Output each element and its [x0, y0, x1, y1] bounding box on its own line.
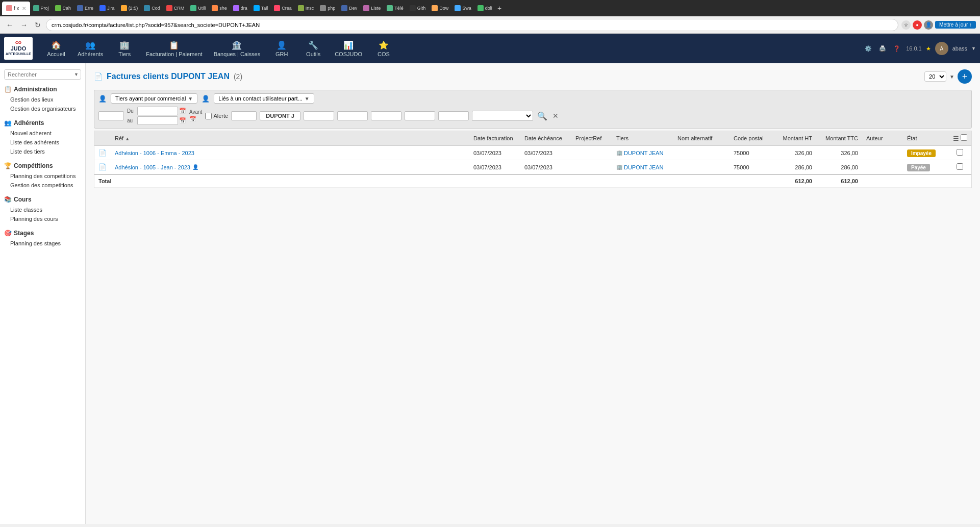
print-icon[interactable]: 🖨️ — [877, 43, 888, 54]
date-du-input[interactable] — [137, 107, 178, 115]
tab-utili[interactable]: Utili — [187, 2, 209, 15]
sidebar-search-arrow[interactable]: ▼ — [72, 71, 81, 78]
tab-insc[interactable]: Insc — [295, 2, 317, 15]
update-button[interactable]: Mettre à jour ↑ — [935, 21, 976, 29]
help-icon[interactable]: ❓ — [892, 43, 902, 54]
ref-filter-input[interactable] — [98, 111, 124, 120]
settings-icon[interactable]: ⚙️ — [863, 43, 873, 54]
col-header-proj[interactable]: ProjectRef — [571, 131, 612, 146]
alerte-checkbox[interactable] — [205, 113, 212, 119]
sidebar-search-input[interactable] — [5, 70, 72, 79]
tab-cah[interactable]: Cah — [52, 2, 74, 15]
tab-gith[interactable]: Gith — [407, 2, 429, 15]
address-input[interactable] — [46, 19, 898, 31]
nav-facturation[interactable]: 📋 Facturation | Paiement — [141, 38, 207, 59]
select-all-checkbox[interactable] — [961, 134, 967, 141]
nom-alt-filter-input[interactable] — [304, 111, 334, 120]
active-tab[interactable]: f x ✕ — [2, 2, 30, 15]
sidebar-link-gestion-lieux[interactable]: Gestion des lieux — [0, 95, 85, 104]
tab-dow[interactable]: Dow — [429, 2, 451, 15]
sidebar-link-gestion-organisateurs[interactable]: Gestion des organisateurs — [0, 104, 85, 113]
tab-25[interactable]: (2:5) — [118, 2, 141, 15]
col-header-montant-ht[interactable]: Montant HT — [770, 131, 816, 146]
add-invoice-button[interactable]: + — [958, 69, 972, 84]
etat-filter-select[interactable] — [472, 111, 533, 121]
nav-cos[interactable]: ⭐ COS — [368, 38, 399, 59]
auteur-filter-input[interactable] — [438, 111, 469, 120]
contact-filter-dropdown[interactable]: Liés à un contact utilisateur part... ▼ — [214, 93, 314, 104]
sidebar-link-liste-adherents[interactable]: Liste des adhérents — [0, 138, 85, 147]
tab-crea[interactable]: Crea — [271, 2, 295, 15]
bookmark-icon[interactable]: ☆ — [901, 20, 911, 30]
col-header-tiers[interactable]: Tiers — [612, 131, 673, 146]
row1-ref-link[interactable]: Adhésion - 1006 - Emma - 2023 — [115, 150, 465, 156]
col-header-date-ech[interactable]: Date échéance — [520, 131, 571, 146]
back-button[interactable]: ← — [4, 20, 15, 30]
sidebar-link-gestion-competitions[interactable]: Gestion des competitions — [0, 181, 85, 190]
sidebar-link-nouvel-adherent[interactable]: Nouvel adherent — [0, 129, 85, 138]
nav-banques[interactable]: 🏦 Banques | Caisses — [209, 38, 266, 59]
col-header-etat[interactable]: État — [903, 131, 949, 146]
tab-erre[interactable]: Erre — [74, 2, 96, 15]
clear-filter-button[interactable]: ✕ — [551, 111, 560, 121]
tab-crm[interactable]: CRM — [163, 2, 188, 15]
search-button[interactable]: 🔍 — [536, 110, 548, 122]
nav-grh[interactable]: 👤 GRH — [266, 38, 297, 59]
tiers-filter-input[interactable] — [260, 111, 300, 120]
nav-accueil[interactable]: 🏠 Accueil — [41, 38, 71, 59]
tab-she[interactable]: she — [209, 2, 230, 15]
user-dropdown-icon[interactable]: ▼ — [971, 46, 976, 51]
tab-doli[interactable]: doli — [474, 2, 495, 15]
tab-dev[interactable]: Dev — [338, 2, 360, 15]
row1-tiers-link[interactable]: 🏢 DUPONT JEAN — [616, 150, 669, 156]
extension-icon[interactable]: ● — [913, 20, 922, 30]
tab-tele[interactable]: Télé — [384, 2, 407, 15]
date-du-calendar-icon[interactable]: 📅 — [179, 108, 186, 114]
tab-swa[interactable]: Swa — [451, 2, 474, 15]
sidebar-link-liste-tiers[interactable]: Liste des tiers — [0, 147, 85, 156]
col-header-code-postal[interactable]: Code postal — [730, 131, 770, 146]
tab-liste[interactable]: Liste — [360, 2, 384, 15]
favorite-star-icon[interactable]: ★ — [926, 45, 931, 52]
col-header-nom-alt[interactable]: Nom alternatif — [673, 131, 730, 146]
date-au-input[interactable] — [137, 116, 178, 125]
nav-cosjudo[interactable]: 📊 COSJUDO — [330, 38, 367, 59]
tab-php[interactable]: php — [317, 2, 338, 15]
col-header-montant-ttc[interactable]: Montant TTC — [816, 131, 862, 146]
date-au-calendar-icon[interactable]: 📅 — [179, 117, 186, 124]
sidebar-link-liste-classes[interactable]: Liste classes — [0, 205, 85, 214]
nav-adherents[interactable]: 👥 Adhérents — [72, 38, 108, 59]
user-avatar[interactable]: A — [935, 42, 948, 55]
sidebar-link-planning-cours[interactable]: Planning des cours — [0, 214, 85, 223]
montant-ht-filter-input[interactable] — [371, 111, 401, 120]
sidebar-link-planning-competitions[interactable]: Planning des competitions — [0, 171, 85, 181]
alerte-checkbox-label[interactable]: Alerte — [205, 113, 228, 119]
col-header-auteur[interactable]: Auteur — [862, 131, 903, 146]
tab-cod[interactable]: Cod — [141, 2, 163, 15]
tab-dra[interactable]: dra — [230, 2, 250, 15]
code-postal-filter-input[interactable] — [337, 111, 368, 120]
project-ref-filter-input[interactable] — [231, 111, 257, 120]
user-profile-icon[interactable]: 👤 — [924, 20, 933, 30]
new-tab-button[interactable]: + — [497, 4, 501, 12]
logo[interactable]: CO JUDO ARTROUVILLE — [4, 37, 33, 60]
list-view-icon[interactable]: ☰ — [953, 135, 959, 142]
tab-jira[interactable]: Jira — [96, 2, 118, 15]
reload-button[interactable]: ↻ — [33, 20, 43, 30]
nav-outils[interactable]: 🔧 Outils — [298, 38, 329, 59]
forward-button[interactable]: → — [18, 20, 30, 30]
montant-ttc-filter-input[interactable] — [405, 111, 435, 120]
tab-tail[interactable]: Tail — [250, 2, 271, 15]
sidebar-link-planning-stages[interactable]: Planning des stages — [0, 239, 85, 248]
row2-ref-link[interactable]: Adhésion - 1005 - Jean - 2023 👤 — [115, 164, 465, 170]
col-header-date-fact[interactable]: Date facturation — [469, 131, 520, 146]
per-page-select[interactable]: 20 — [924, 71, 946, 82]
tab-proj[interactable]: Proj — [30, 2, 52, 15]
commercial-filter-dropdown[interactable]: Tiers ayant pour commercial ▼ — [111, 93, 197, 104]
row2-tiers-link[interactable]: 🏢 DUPONT JEAN — [616, 164, 669, 170]
row2-checkbox[interactable] — [957, 163, 963, 170]
row1-checkbox[interactable] — [957, 149, 963, 156]
avant-calendar-icon[interactable]: 📅 — [189, 116, 202, 122]
col-header-ref[interactable]: Réf ▲ — [111, 131, 469, 146]
nav-tiers[interactable]: 🏢 Tiers — [109, 38, 140, 59]
